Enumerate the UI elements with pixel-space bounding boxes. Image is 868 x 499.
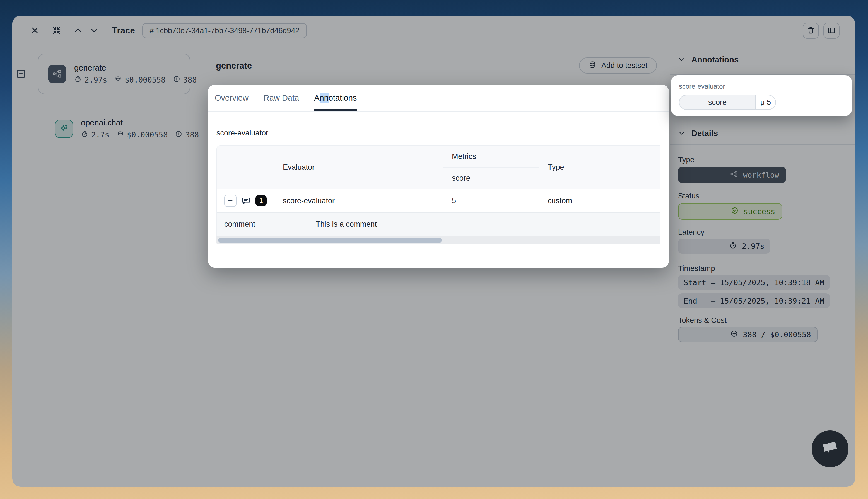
annotation-summary-card: score-evaluator score μ 5 <box>671 75 852 116</box>
text-selection: nn <box>320 93 328 102</box>
annotation-evaluator-label: score-evaluator <box>679 83 844 90</box>
comment-label-cell: comment <box>217 213 306 235</box>
actions-column-header <box>217 146 275 189</box>
evaluator-cell: score-evaluator <box>275 189 444 212</box>
tab-annotations[interactable]: Annotations <box>314 85 357 111</box>
tab-overview[interactable]: Overview <box>215 85 249 111</box>
support-chat-button[interactable] <box>812 430 848 467</box>
tab-raw-data[interactable]: Raw Data <box>264 85 299 111</box>
table-header-row: Evaluator Metrics score Type <box>216 145 661 189</box>
tab-bar: Overview Raw Data Annotations <box>208 85 669 111</box>
evaluator-column-header: Evaluator <box>275 146 444 189</box>
horizontal-scrollbar[interactable] <box>216 236 661 244</box>
screen: { "topbar": { "title": "Trace", "trace_i… <box>0 0 868 499</box>
annotations-table: Evaluator Metrics score Type <box>216 145 661 236</box>
chat-bubble-icon <box>820 438 840 460</box>
collapse-row-button[interactable] <box>224 195 237 207</box>
table-row: 1 score-evaluator 5 custom <box>216 189 661 212</box>
score-cell: 5 <box>444 189 540 212</box>
scrollbar-thumb[interactable] <box>218 238 442 243</box>
evaluator-section-title: score-evaluator <box>216 129 661 137</box>
annotation-metric-name[interactable]: score <box>679 95 755 110</box>
metric-name-subheader: score <box>444 168 539 189</box>
trace-window: Trace # 1cbb70e7-34a1-7bb7-3498-771b7d46… <box>12 16 855 487</box>
annotation-mean-value: μ 5 <box>755 95 776 110</box>
annotations-table-viewport: Evaluator Metrics score Type <box>216 145 661 236</box>
type-column-header: Type <box>540 146 661 189</box>
minus-icon <box>227 197 233 204</box>
comment-bubble-icon[interactable] <box>241 196 251 206</box>
comment-row: comment This is a comment <box>216 212 661 236</box>
annotations-modal: Overview Raw Data Annotations score-eval… <box>208 85 669 268</box>
annotations-tab-panel: score-evaluator Evaluator Metrics score … <box>208 111 669 244</box>
metrics-column-header: Metrics score <box>444 146 540 189</box>
annotation-score-control[interactable]: score μ 5 <box>679 95 776 110</box>
row-actions-cell: 1 <box>217 189 275 212</box>
comment-value-cell: This is a comment <box>306 213 661 235</box>
type-cell: custom <box>540 189 661 212</box>
comment-count-badge[interactable]: 1 <box>255 195 267 206</box>
